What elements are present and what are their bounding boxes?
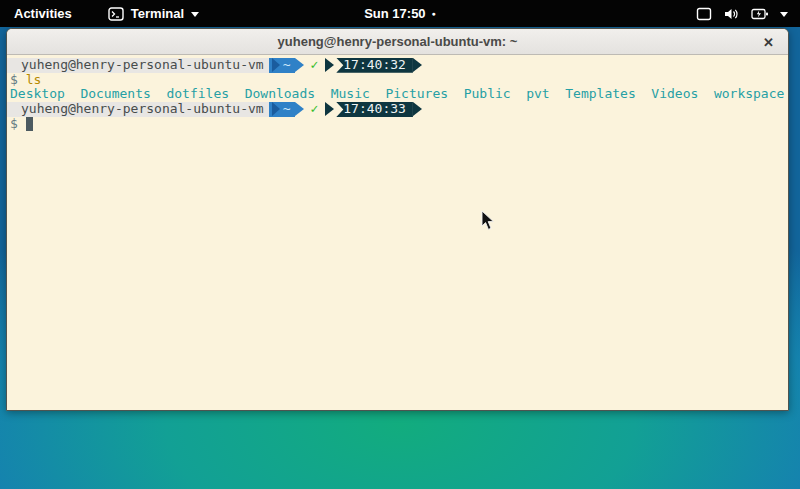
app-menu-label: Terminal — [131, 6, 184, 21]
status-check-icon: ✓ — [310, 58, 318, 73]
clock-button[interactable]: Sun 17:50 ● — [364, 6, 436, 21]
terminal-content[interactable]: yuheng@henry-personal-ubuntu-vm ~ ✓ 17:4… — [7, 55, 788, 411]
clock-label: Sun 17:50 — [364, 6, 425, 21]
ls-output-line: DesktopDocumentsdotfilesDownloadsMusicPi… — [7, 87, 788, 102]
directory-name: dotfiles — [166, 87, 229, 102]
directory-name: Videos — [651, 87, 698, 102]
chevron-down-icon — [780, 12, 788, 17]
command-line: $ ls — [7, 73, 788, 88]
powerline-arrow-icon — [413, 102, 422, 116]
prompt-path-segment: ~ — [269, 58, 296, 73]
prompt-time: 17:40:33 — [336, 102, 413, 117]
battery-charging-icon — [751, 7, 769, 21]
directory-name: Music — [331, 87, 370, 102]
prompt-line: yuheng@henry-personal-ubuntu-vm ~ ✓ 17:4… — [7, 58, 788, 73]
prompt-user-segment: yuheng@henry-personal-ubuntu-vm — [7, 58, 269, 73]
prompt-symbol: $ — [10, 73, 18, 88]
directory-name: Documents — [80, 87, 150, 102]
powerline-arrow-icon — [295, 102, 304, 116]
powerline-arrow-icon — [295, 58, 304, 72]
terminal-icon — [108, 7, 124, 21]
input-line[interactable]: $ — [7, 117, 788, 132]
directory-name: Public — [464, 87, 511, 102]
prompt-time: 17:40:32 — [336, 58, 413, 73]
terminal-cursor — [26, 117, 34, 131]
terminal-window: yuheng@henry-personal-ubuntu-vm: ~ ✕ yuh… — [6, 28, 789, 411]
prompt-path-segment: ~ — [269, 102, 296, 117]
app-menu-terminal[interactable]: Terminal — [108, 6, 199, 21]
display-icon — [696, 7, 712, 21]
window-title: yuheng@henry-personal-ubuntu-vm: ~ — [278, 34, 518, 49]
prompt-user-segment: yuheng@henry-personal-ubuntu-vm — [7, 102, 269, 117]
command-text: ls — [26, 73, 42, 88]
close-button[interactable]: ✕ — [763, 29, 774, 55]
prompt-path: ~ — [283, 102, 291, 117]
prompt-symbol: $ — [10, 117, 18, 132]
directory-name: Downloads — [245, 87, 315, 102]
volume-icon — [723, 7, 740, 21]
powerline-chevron-icon — [272, 58, 280, 72]
notification-dot: ● — [432, 10, 436, 17]
directory-name: Templates — [565, 87, 635, 102]
directory-name: pvt — [526, 87, 549, 102]
powerline-arrow-icon — [413, 58, 422, 72]
window-titlebar[interactable]: yuheng@henry-personal-ubuntu-vm: ~ ✕ — [7, 29, 788, 55]
powerline-chevron-icon — [272, 102, 280, 116]
powerline-arrow-icon — [325, 102, 334, 116]
status-check-icon: ✓ — [310, 102, 318, 117]
top-bar: Activities Terminal Sun 17:50 ● — [0, 0, 800, 27]
powerline-arrow-icon — [325, 58, 334, 72]
activities-button[interactable]: Activities — [10, 6, 76, 21]
directory-name: Pictures — [385, 87, 448, 102]
chevron-down-icon — [191, 12, 199, 17]
directory-name: workspace — [714, 87, 784, 102]
system-status-area[interactable] — [696, 0, 788, 27]
prompt-path: ~ — [283, 58, 291, 73]
prompt-line: yuheng@henry-personal-ubuntu-vm ~ ✓ 17:4… — [7, 102, 788, 117]
directory-name: Desktop — [10, 87, 65, 102]
